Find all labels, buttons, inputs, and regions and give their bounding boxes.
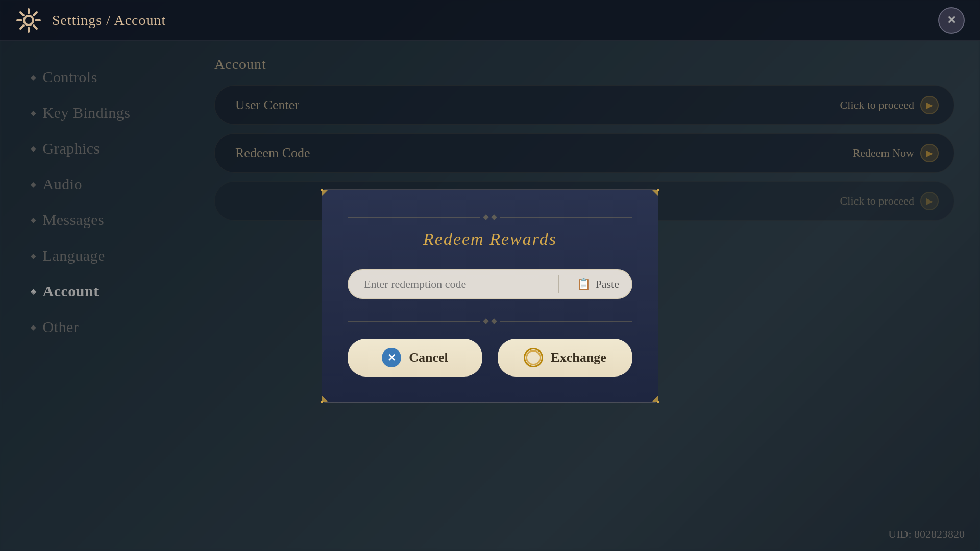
svg-line-8: [20, 26, 23, 29]
svg-rect-9: [321, 189, 323, 191]
ornament-diamond-center-b: [491, 318, 497, 324]
ornament-line-right: [500, 217, 632, 218]
svg-rect-10: [657, 189, 659, 191]
corner-decoration-br: [645, 389, 659, 403]
redemption-code-container: 📋 Paste: [348, 269, 632, 299]
modal-overlay: Redeem Rewards 📋 Paste: [0, 41, 980, 551]
corner-decoration-bl: [321, 389, 335, 403]
app-container: Settings / Account ✕ ◆ Controls ◆ Key Bi…: [0, 0, 980, 551]
cancel-label: Cancel: [409, 350, 448, 365]
content-area: ◆ Controls ◆ Key Bindings ◆ Graphics ◆ A…: [0, 41, 980, 551]
ornament-diamond-left-b: [483, 318, 488, 324]
cancel-button[interactable]: ✕ Cancel: [348, 339, 482, 377]
redeem-dialog: Redeem Rewards 📋 Paste: [322, 189, 658, 403]
paste-label: Paste: [596, 278, 619, 291]
svg-point-0: [24, 16, 33, 25]
topbar: Settings / Account ✕: [0, 0, 980, 41]
svg-line-6: [34, 26, 37, 29]
close-icon: ✕: [947, 14, 956, 27]
corner-decoration-tr: [645, 189, 659, 203]
ornament-line-left: [348, 217, 480, 218]
exchange-o-icon: [524, 348, 543, 367]
corner-decoration-tl: [321, 189, 335, 203]
svg-line-5: [20, 12, 23, 15]
ornament-diamond-center: [491, 214, 497, 220]
top-ornament: [348, 215, 632, 219]
bottom-ornament: [348, 319, 632, 323]
ornament-diamond-left: [483, 214, 488, 220]
exchange-button[interactable]: Exchange: [498, 339, 632, 377]
paste-button[interactable]: 📋 Paste: [567, 272, 629, 296]
gear-icon: [15, 7, 42, 34]
close-button[interactable]: ✕: [938, 7, 965, 34]
redemption-code-input[interactable]: [364, 278, 550, 291]
svg-rect-12: [657, 401, 659, 403]
svg-line-7: [34, 12, 37, 15]
input-divider: [558, 275, 559, 293]
ornament-line-left-b: [348, 321, 480, 322]
exchange-label: Exchange: [551, 350, 606, 365]
cancel-x-icon: ✕: [382, 348, 401, 367]
dialog-title: Redeem Rewards: [348, 230, 632, 249]
svg-rect-11: [321, 401, 323, 403]
paste-icon: 📋: [577, 278, 591, 291]
dialog-buttons: ✕ Cancel Exchange: [348, 339, 632, 377]
breadcrumb: Settings / Account: [52, 12, 166, 29]
ornament-line-right-b: [500, 321, 632, 322]
